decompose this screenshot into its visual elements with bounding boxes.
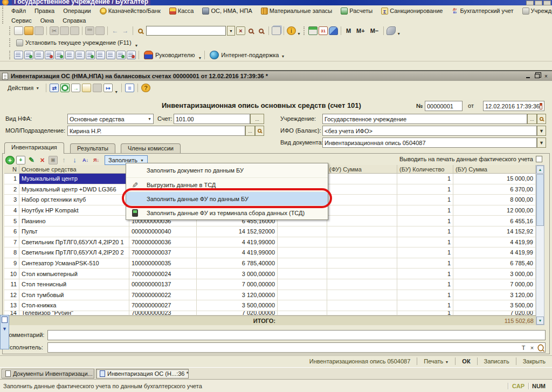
vid-doc-dropdown-button[interactable]: ▼ bbox=[537, 137, 546, 148]
cell[interactable]: 3 000,00 bbox=[453, 269, 536, 279]
chevron-down-icon[interactable]: ▼ bbox=[135, 44, 139, 49]
cell[interactable]: 8 000,00 bbox=[453, 195, 536, 205]
cell[interactable]: 8 bbox=[4, 247, 19, 258]
cell[interactable]: 700000000036 bbox=[129, 237, 197, 248]
subconto-card-icon[interactable] bbox=[75, 51, 85, 59]
save-document-button[interactable]: Записать bbox=[482, 357, 512, 365]
menu-sanctioning[interactable]: Санкционирование bbox=[377, 7, 446, 15]
search-history-button[interactable]: ▼ bbox=[227, 26, 235, 36]
taskbar-button-1[interactable]: Документы Инвентаризаци... bbox=[2, 369, 94, 379]
table-row[interactable]: 7Светильник ПрТЛГ0,65УХЛ 4,2IP20 1700000… bbox=[4, 237, 536, 248]
cell[interactable]: 12 bbox=[4, 290, 19, 301]
mol-select-button[interactable]: ... bbox=[245, 126, 255, 136]
cell[interactable]: 12 000,00 bbox=[453, 205, 536, 216]
cell[interactable]: 1 bbox=[397, 184, 453, 195]
cell[interactable]: 4 bbox=[4, 205, 19, 216]
cell[interactable]: Ноутбук HP Kompakt bbox=[19, 205, 129, 216]
memory-minus-button[interactable]: M− bbox=[368, 27, 381, 35]
restore-window-button[interactable] bbox=[535, 1, 542, 5]
scroll-down-button[interactable]: ▼ bbox=[536, 317, 544, 325]
cell[interactable]: 1 bbox=[397, 195, 453, 205]
cell[interactable]: Светильник ПрТЛГ0,65УХЛ 4,2IP20 2 bbox=[19, 247, 129, 258]
cell[interactable]: 7 000,00 bbox=[453, 279, 536, 290]
executor-clear-button[interactable]: × bbox=[528, 343, 536, 352]
document-date-field[interactable]: 12.02.2016 17:39:36 bbox=[483, 101, 544, 111]
vid-nfa-select[interactable]: Основные средства▼ bbox=[67, 114, 154, 124]
document-titlebar[interactable]: Инвентаризация ОС (НМА,НПА) на балансовы… bbox=[0, 71, 552, 81]
calendar-button[interactable]: 31 bbox=[319, 26, 328, 35]
cell[interactable]: 3 000,00000 bbox=[197, 269, 278, 279]
chevron-down-icon[interactable]: ▼ bbox=[198, 56, 202, 61]
find-button[interactable] bbox=[136, 26, 145, 35]
cell[interactable]: Пианино bbox=[19, 216, 129, 226]
find-previous-button[interactable] bbox=[257, 26, 266, 35]
move-up-button[interactable]: ↑ bbox=[59, 156, 68, 164]
menu-operations[interactable]: Операции bbox=[59, 7, 94, 15]
cell[interactable]: 10 bbox=[4, 269, 19, 279]
redo-button[interactable] bbox=[121, 26, 130, 35]
menu-item-3[interactable]: Заполнить данные ФУ по данным БУ bbox=[126, 191, 328, 205]
quick-search-text[interactable] bbox=[147, 26, 225, 35]
cell[interactable]: Набор орг.техники клуб bbox=[19, 195, 129, 205]
cell[interactable]: 4 419,99000 bbox=[197, 237, 278, 248]
move-down-button[interactable]: ↓ bbox=[70, 156, 79, 164]
cell[interactable] bbox=[278, 237, 327, 248]
cell[interactable]: 3 120,00000 bbox=[197, 290, 278, 301]
executor-text-button[interactable]: T bbox=[520, 343, 527, 352]
ifo-select[interactable]: <без учета ИФО> bbox=[322, 126, 537, 136]
turnover-balance-icon[interactable] bbox=[14, 51, 23, 59]
cell[interactable]: 7 000,00000 bbox=[197, 279, 278, 290]
cell[interactable]: Синтезатор УсманаPSK-510 bbox=[19, 258, 129, 269]
menu-institution[interactable]: Учреждение bbox=[519, 7, 552, 15]
column-header[interactable]: N bbox=[4, 165, 19, 174]
tab-inventarizaciya[interactable]: Инвентаризация bbox=[4, 142, 64, 154]
set-time-icon[interactable] bbox=[82, 84, 91, 92]
cell[interactable]: 5 bbox=[4, 216, 19, 226]
cell[interactable]: 13 bbox=[4, 300, 19, 311]
service-settings-button[interactable] bbox=[387, 26, 396, 35]
cell[interactable] bbox=[278, 226, 327, 237]
cell[interactable] bbox=[278, 279, 327, 290]
cell[interactable]: 700000000024 bbox=[129, 269, 197, 279]
cell[interactable]: 3 500,00000 bbox=[197, 300, 278, 311]
print-button-footer[interactable]: Печать ▼ bbox=[422, 357, 451, 365]
menu-help[interactable]: Справка bbox=[59, 17, 89, 24]
schet-field[interactable]: 101.00 bbox=[174, 114, 250, 124]
cell[interactable]: 3 500,00 bbox=[453, 300, 536, 311]
executor-field[interactable] bbox=[47, 342, 546, 353]
postings-report-icon[interactable] bbox=[106, 51, 115, 59]
new-document-button[interactable] bbox=[14, 26, 23, 35]
table-row[interactable]: 13Стол-книжка7000000000273 500,0000013 5… bbox=[4, 300, 536, 311]
delete-row-button[interactable]: × bbox=[38, 156, 47, 164]
calendar-icon[interactable] bbox=[540, 103, 542, 109]
doc-restore-button[interactable] bbox=[533, 73, 541, 80]
print-fact-data-checkbox[interactable] bbox=[536, 156, 542, 162]
cell[interactable]: 15 000,00 bbox=[453, 174, 536, 184]
menu-item-2[interactable]: ✎Выгрузить данные в ТСД bbox=[126, 177, 328, 191]
cell[interactable]: Светильник ПрТЛГ0,65УХЛ 4,2IP20 1 bbox=[19, 237, 129, 248]
cell[interactable] bbox=[327, 279, 397, 290]
turnovers-between-accounts-icon[interactable] bbox=[86, 51, 95, 59]
actions-menu-button[interactable]: Действия ▼ bbox=[4, 83, 43, 93]
cell[interactable] bbox=[327, 174, 397, 184]
cell[interactable]: 1 bbox=[397, 216, 453, 226]
info-button[interactable]: i bbox=[287, 26, 296, 35]
cell[interactable]: 700000000027 bbox=[129, 300, 197, 311]
vid-doc-select[interactable]: Инвентаризационная опись 0504087 bbox=[322, 137, 537, 148]
cell[interactable]: 6 370,00 bbox=[453, 184, 536, 195]
cell[interactable] bbox=[327, 237, 397, 248]
table-row[interactable]: 6Пульт00000000004014 152,92000114 152,92 bbox=[4, 226, 536, 237]
doc-close-button[interactable]: × bbox=[542, 73, 550, 80]
edit-row-button[interactable]: ✎ bbox=[27, 156, 36, 164]
uchrezhdenie-field[interactable]: Государственное учреждение bbox=[322, 114, 527, 124]
menu-windows[interactable]: Окна bbox=[37, 17, 58, 24]
executor-input[interactable] bbox=[48, 343, 545, 352]
account-turnovers-icon[interactable] bbox=[65, 51, 74, 59]
cell[interactable] bbox=[327, 216, 397, 226]
add-row-button[interactable]: + bbox=[5, 156, 15, 164]
summary-postings-icon[interactable] bbox=[96, 51, 105, 59]
cell[interactable]: Стол-книжка bbox=[19, 300, 129, 311]
table-row[interactable]: 8Светильник ПрТЛГ0,65УХЛ 4,2IP20 2700000… bbox=[4, 247, 536, 258]
sort-descending-button[interactable]: Я↓ bbox=[92, 156, 101, 164]
memory-plus-button[interactable]: M+ bbox=[354, 27, 367, 35]
